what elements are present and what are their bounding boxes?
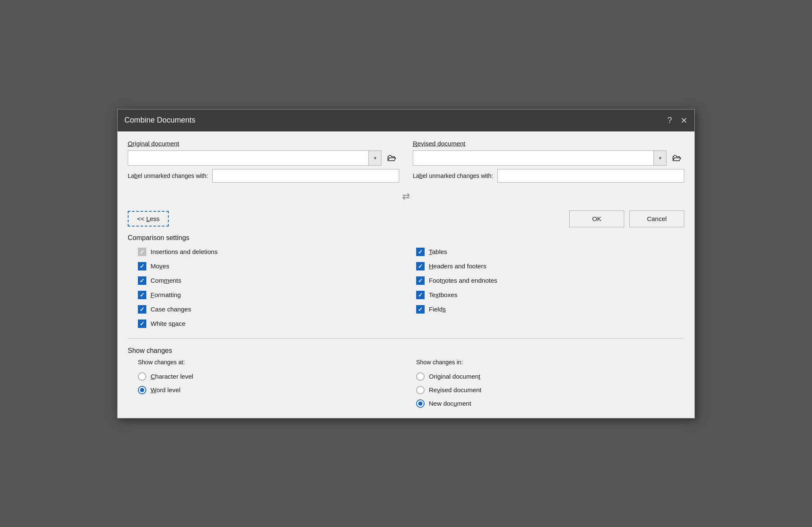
checkbox-moves-label: Moves (151, 262, 169, 270)
checkbox-textboxes: Textboxes (416, 289, 684, 301)
revised-doc-dropdown-btn[interactable]: ▾ (653, 151, 666, 165)
revised-label-row: Label unmarked changes with: (413, 169, 684, 183)
radio-revised-doc-btn[interactable] (416, 386, 425, 394)
revised-document-group: Revised document ▾ 🗁 Label unmarked chan… (413, 140, 684, 183)
comparison-settings-title: Comparison settings (128, 234, 684, 242)
title-bar-controls: ? ✕ (667, 115, 688, 126)
dialog-title: Combine Documents (124, 116, 195, 125)
checkbox-footnotes-label: Footnotes and endnotes (429, 277, 497, 284)
comparison-settings-section: Comparison settings Insertions and delet… (128, 234, 684, 330)
show-changes-in-col: Show changes in: Original document Revis… (406, 359, 684, 410)
radio-new-doc: New document (416, 398, 684, 410)
checkbox-fields-box[interactable] (416, 305, 425, 314)
checkbox-formatting-box[interactable] (138, 291, 146, 299)
checkbox-whitespace-label: White space (151, 320, 186, 327)
combine-documents-dialog: Combine Documents ? ✕ Original document … (117, 109, 695, 418)
checkbox-moves-box[interactable] (138, 262, 146, 270)
checkbox-headers: Headers and footers (416, 260, 684, 272)
radio-word: Word level (138, 384, 406, 396)
less-button[interactable]: << Less (128, 211, 169, 227)
checkbox-whitespace-box[interactable] (138, 319, 146, 328)
show-changes-at-label: Show changes at: (138, 359, 406, 366)
original-label-input[interactable] (212, 169, 399, 183)
checkbox-headers-box[interactable] (416, 262, 425, 270)
revised-label-text: Label unmarked changes with: (413, 172, 493, 179)
radio-revised-doc-label: Revised document (429, 386, 481, 393)
comparison-left-col: Insertions and deletions Moves Comments … (128, 246, 406, 330)
ok-button[interactable]: OK (569, 210, 624, 227)
revised-document-label: Revised document (413, 140, 684, 147)
dialog-body: Original document ▾ 🗁 Label unmarked cha… (118, 131, 694, 418)
original-doc-dropdown-btn[interactable]: ▾ (368, 151, 381, 165)
help-icon[interactable]: ? (667, 115, 672, 125)
checkbox-tables: Tables (416, 246, 684, 258)
comparison-right-col: Tables Headers and footers Footnotes and… (406, 246, 684, 330)
revised-doc-folder-btn[interactable]: 🗁 (669, 150, 684, 166)
checkbox-case-label: Case changes (151, 306, 191, 313)
radio-character-label: Character level (151, 373, 193, 380)
original-document-label: Original document (128, 140, 399, 147)
radio-original-doc-label: Original document (429, 373, 480, 380)
section-divider (128, 338, 684, 339)
checkbox-formatting-label: Formatting (151, 291, 181, 298)
swap-row: ⇄ (128, 189, 684, 204)
checkbox-tables-box[interactable] (416, 248, 425, 256)
show-changes-section: Show changes Show changes at: Character … (128, 347, 684, 410)
revised-doc-dropdown[interactable]: ▾ (413, 150, 667, 166)
action-row: << Less OK Cancel (128, 210, 684, 227)
original-document-group: Original document ▾ 🗁 Label unmarked cha… (128, 140, 399, 183)
show-changes-title: Show changes (128, 347, 684, 355)
radio-new-doc-label: New document (429, 400, 471, 407)
checkbox-insertions-box[interactable] (138, 248, 146, 256)
revised-doc-field[interactable] (413, 151, 653, 165)
radio-new-doc-btn[interactable] (416, 399, 425, 408)
checkbox-tables-label: Tables (429, 248, 447, 255)
checkbox-comments: Comments (138, 275, 406, 287)
original-label-text: Label unmarked changes with: (128, 172, 208, 179)
ok-cancel-row: OK Cancel (569, 210, 684, 227)
original-doc-input-row: ▾ 🗁 (128, 150, 399, 166)
checkbox-fields-label: Fields (429, 306, 446, 313)
checkbox-textboxes-label: Textboxes (429, 291, 458, 298)
comparison-settings-grid: Insertions and deletions Moves Comments … (128, 246, 684, 330)
checkbox-case-box[interactable] (138, 305, 146, 314)
checkbox-case: Case changes (138, 303, 406, 315)
radio-word-btn[interactable] (138, 386, 146, 394)
original-doc-folder-btn[interactable]: 🗁 (384, 150, 399, 166)
radio-character-btn[interactable] (138, 372, 146, 381)
checkbox-comments-box[interactable] (138, 276, 146, 285)
radio-character: Character level (138, 371, 406, 382)
checkbox-textboxes-box[interactable] (416, 291, 425, 299)
radio-revised-doc: Revised document (416, 384, 684, 396)
show-changes-in-label: Show changes in: (416, 359, 684, 366)
checkbox-insertions: Insertions and deletions (138, 246, 406, 258)
document-row: Original document ▾ 🗁 Label unmarked cha… (128, 140, 684, 183)
revised-doc-input-row: ▾ 🗁 (413, 150, 684, 166)
original-doc-field[interactable] (128, 151, 368, 165)
title-bar: Combine Documents ? ✕ (118, 109, 694, 131)
show-changes-grid: Show changes at: Character level Word le… (128, 359, 684, 410)
close-icon[interactable]: ✕ (680, 115, 688, 126)
revised-label-input[interactable] (497, 169, 684, 183)
checkbox-moves: Moves (138, 260, 406, 272)
checkbox-fields: Fields (416, 303, 684, 315)
radio-original-doc-btn[interactable] (416, 372, 425, 381)
checkbox-whitespace: White space (138, 318, 406, 330)
show-changes-at-col: Show changes at: Character level Word le… (128, 359, 406, 410)
checkbox-headers-label: Headers and footers (429, 262, 486, 270)
checkbox-comments-label: Comments (151, 277, 181, 284)
checkbox-insertions-label: Insertions and deletions (151, 248, 217, 255)
cancel-button[interactable]: Cancel (629, 210, 684, 227)
checkbox-formatting: Formatting (138, 289, 406, 301)
original-label-row: Label unmarked changes with: (128, 169, 399, 183)
checkbox-footnotes: Footnotes and endnotes (416, 275, 684, 287)
radio-word-label: Word level (151, 386, 181, 393)
radio-original-doc: Original document (416, 371, 684, 382)
original-doc-dropdown[interactable]: ▾ (128, 150, 381, 166)
swap-icon: ⇄ (402, 191, 410, 202)
checkbox-footnotes-box[interactable] (416, 276, 425, 285)
